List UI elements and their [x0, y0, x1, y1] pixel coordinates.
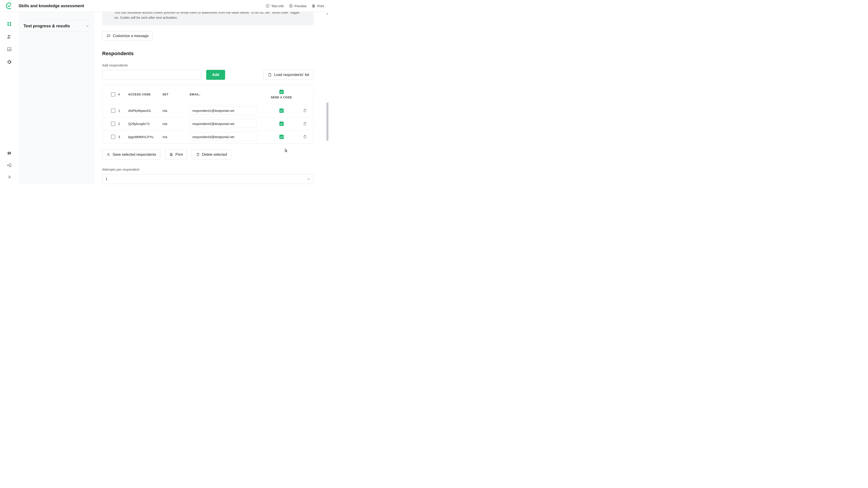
print-icon	[169, 153, 173, 156]
svg-rect-7	[313, 4, 314, 5]
trash-icon[interactable]	[303, 122, 307, 126]
row-code: Q29jAcspbr72	[128, 122, 162, 126]
scroll-up-icon[interactable]	[326, 12, 329, 15]
svg-rect-17	[9, 49, 9, 50]
svg-point-4	[289, 4, 292, 7]
svg-rect-11	[7, 24, 9, 26]
add-button[interactable]: Add	[206, 70, 225, 80]
expand-icon[interactable]	[7, 175, 12, 180]
respondents-heading: Respondents	[102, 51, 313, 57]
svg-rect-10	[10, 22, 11, 24]
row-checkbox[interactable]	[111, 135, 115, 139]
header-send: SEND A CODE	[271, 96, 292, 99]
trash-icon[interactable]	[303, 109, 307, 113]
dashboard-icon[interactable]	[7, 22, 12, 26]
header-actions: Test info Preview Print	[266, 4, 329, 8]
save-selected-label: Save selected respondents	[113, 153, 156, 157]
print-icon	[311, 4, 315, 8]
main-content: You can distribute access codes yourself…	[94, 12, 329, 184]
svg-point-14	[10, 35, 11, 36]
table-actions: Save selected respondents Print Delete s…	[102, 149, 313, 160]
row-email-input[interactable]	[190, 106, 256, 115]
customize-label: Customize a message	[113, 34, 149, 38]
attempts-label: Attempts per respondent	[102, 167, 313, 171]
test-info-button[interactable]: Test info	[266, 4, 284, 8]
sidebar-section-progress[interactable]: Test progress & results	[24, 20, 90, 32]
add-respondent-row: Add Load respondents' list	[102, 70, 313, 80]
row-idx: 3	[118, 135, 128, 139]
send-all-checkbox[interactable]	[279, 90, 284, 94]
table-row: 3 tpgzMMMVLPYu n/a	[102, 130, 313, 143]
preview-button[interactable]: Preview	[289, 4, 307, 8]
test-info-label: Test info	[271, 4, 284, 8]
banner-line2: on. Codes will be sent after test activa…	[114, 15, 305, 20]
row-checkbox[interactable]	[111, 122, 115, 126]
nav-bottom: ?	[7, 151, 12, 184]
customize-message-button[interactable]: Customize a message	[102, 31, 153, 41]
svg-rect-16	[8, 49, 8, 51]
attempts-select[interactable]: 1	[102, 174, 313, 184]
svg-text:?: ?	[9, 152, 10, 154]
info-icon	[266, 4, 270, 8]
print-table-button[interactable]: Print	[165, 149, 187, 160]
header-code: ACCESS CODE	[128, 93, 162, 96]
svg-rect-23	[170, 153, 172, 154]
logout-icon[interactable]	[7, 163, 12, 168]
file-icon	[268, 73, 272, 77]
header-email: EMAIL:	[190, 93, 265, 96]
header-idx: #	[118, 93, 128, 96]
row-set: n/a	[162, 109, 190, 113]
svg-point-21	[108, 153, 109, 155]
save-selected-button[interactable]: Save selected respondents	[102, 149, 160, 160]
preview-label: Preview	[294, 4, 307, 8]
row-email-input[interactable]	[190, 132, 256, 141]
banner-line1: You can distribute access codes yourself…	[114, 12, 305, 15]
scrollbar[interactable]	[326, 12, 329, 184]
person-icon	[106, 153, 110, 156]
attempts-value: 1	[105, 177, 107, 181]
row-set: n/a	[162, 122, 190, 126]
delete-selected-label: Delete selected	[202, 153, 227, 157]
people-icon[interactable]	[7, 34, 12, 39]
row-idx: 2	[118, 122, 128, 126]
load-list-button[interactable]: Load respondents' list	[264, 70, 313, 80]
sidebar-panel: Test progress & results	[19, 12, 94, 184]
print-table-label: Print	[176, 153, 183, 157]
add-respondent-input[interactable]	[102, 70, 201, 80]
chevron-down-icon	[307, 177, 310, 181]
svg-rect-12	[10, 24, 11, 26]
table-row: 1 AhPbzfepwvDL n/a	[102, 104, 313, 117]
add-respondents-label: Add respondents	[102, 63, 313, 67]
load-list-label: Load respondents' list	[274, 73, 309, 77]
print-label: Print	[317, 4, 324, 8]
print-button[interactable]: Print	[311, 4, 324, 8]
delete-selected-button[interactable]: Delete selected	[192, 149, 231, 160]
row-checkbox[interactable]	[111, 109, 115, 113]
respondents-table: # ACCESS CODE SET EMAIL: SEND A CODE 1 A…	[102, 85, 313, 144]
help-icon[interactable]: ?	[7, 151, 12, 156]
row-email-input[interactable]	[190, 119, 256, 128]
chart-icon[interactable]	[7, 47, 12, 52]
row-code: AhPbzfepwvDL	[128, 109, 162, 113]
table-row: 2 Q29jAcspbr72 n/a	[102, 117, 313, 130]
logo-icon	[6, 2, 13, 9]
row-send-checkbox[interactable]	[279, 109, 284, 113]
header-set: SET	[162, 93, 190, 96]
trash-icon[interactable]	[303, 135, 307, 139]
nav-rail: ?	[0, 12, 19, 184]
scrollbar-thumb[interactable]	[327, 102, 329, 141]
svg-point-13	[8, 35, 9, 37]
table-header-row: # ACCESS CODE SET EMAIL: SEND A CODE	[102, 85, 313, 104]
svg-rect-9	[7, 22, 9, 24]
svg-point-5	[290, 5, 291, 6]
row-send-checkbox[interactable]	[279, 122, 284, 126]
row-send-checkbox[interactable]	[279, 135, 284, 139]
gear-icon[interactable]	[7, 59, 12, 64]
top-header: Skills and knowledge assessment Test inf…	[0, 0, 329, 12]
chevron-down-icon	[86, 24, 90, 28]
select-all-checkbox[interactable]	[111, 92, 115, 96]
trash-icon	[196, 153, 200, 156]
svg-rect-18	[10, 49, 10, 51]
sidebar-label: Test progress & results	[24, 24, 70, 29]
row-code: tpgzMMMVLPYu	[128, 135, 162, 139]
